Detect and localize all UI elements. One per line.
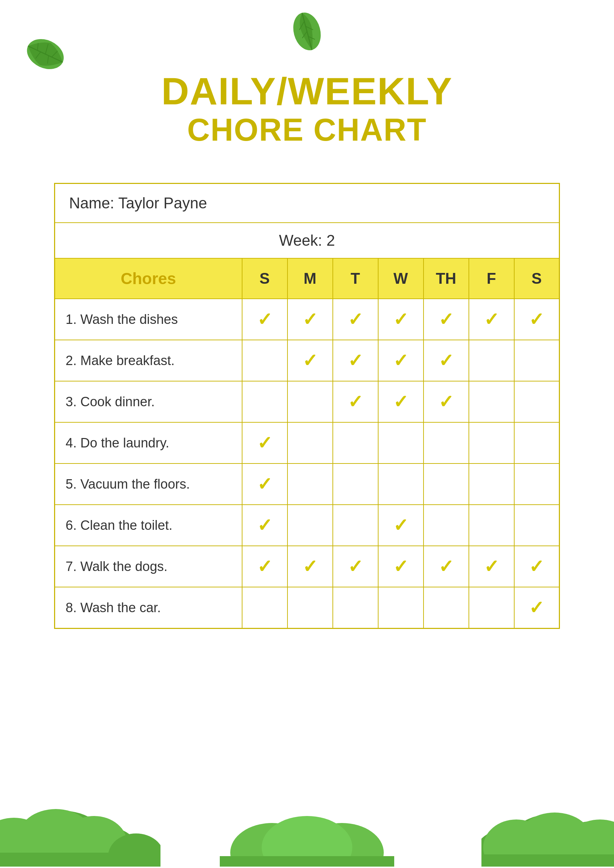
checkmark-icon: ✓ [529, 309, 544, 330]
svg-rect-32 [220, 856, 394, 866]
checkmark-icon: ✓ [302, 350, 318, 371]
checkmark-icon: ✓ [529, 597, 544, 618]
title-line2: CHORE CHART [161, 112, 453, 148]
svg-rect-27 [481, 854, 614, 866]
checkmark-icon: ✓ [257, 474, 273, 495]
check-cell [514, 463, 560, 505]
checkmark-icon: ✓ [348, 350, 363, 371]
check-cell [514, 340, 560, 381]
check-cell: ✓ [242, 546, 287, 587]
check-cell: ✓ [378, 505, 423, 546]
table-row: 6. Clean the toilet.✓✓ [55, 505, 560, 546]
checkmark-icon: ✓ [484, 556, 499, 577]
check-cell [287, 587, 333, 629]
check-cell [514, 381, 560, 422]
table-row: 8. Wash the car.✓ [55, 587, 560, 629]
checkmark-icon: ✓ [302, 556, 318, 577]
check-cell [514, 422, 560, 463]
check-cell [423, 587, 469, 629]
table-row: 5. Vacuum the floors.✓ [55, 463, 560, 505]
check-cell: ✓ [378, 340, 423, 381]
check-cell: ✓ [423, 340, 469, 381]
check-cell [287, 381, 333, 422]
checkmark-icon: ✓ [393, 309, 409, 330]
check-cell [333, 587, 378, 629]
checkmark-icon: ✓ [529, 556, 544, 577]
check-cell: ✓ [287, 299, 333, 340]
check-cell [378, 422, 423, 463]
day-header-m: M [287, 258, 333, 299]
checkmark-icon: ✓ [484, 309, 499, 330]
leaf-top-left-icon [17, 31, 73, 78]
checkmark-icon: ✓ [348, 309, 363, 330]
check-cell [469, 422, 514, 463]
check-cell: ✓ [378, 299, 423, 340]
title-section: DAILY/WEEKLY CHORE CHART [161, 70, 453, 148]
chore-name-cell: 6. Clean the toilet. [55, 505, 242, 546]
check-cell [469, 340, 514, 381]
checkmark-icon: ✓ [439, 556, 454, 577]
check-cell: ✓ [469, 299, 514, 340]
checkmark-icon: ✓ [439, 391, 454, 412]
chore-name-cell: 8. Wash the car. [55, 587, 242, 629]
check-cell: ✓ [242, 505, 287, 546]
checkmark-icon: ✓ [302, 309, 318, 330]
check-cell: ✓ [514, 546, 560, 587]
check-cell [287, 422, 333, 463]
check-cell: ✓ [469, 546, 514, 587]
svg-rect-20 [0, 852, 160, 866]
check-cell [469, 505, 514, 546]
chore-name-cell: 4. Do the laundry. [55, 422, 242, 463]
table-row: 7. Walk the dogs.✓✓✓✓✓✓✓ [55, 546, 560, 587]
table-row: 4. Do the laundry.✓ [55, 422, 560, 463]
check-cell [242, 381, 287, 422]
check-cell: ✓ [423, 299, 469, 340]
check-cell: ✓ [333, 299, 378, 340]
checkmark-icon: ✓ [439, 350, 454, 371]
check-cell [333, 463, 378, 505]
table-row: 2. Make breakfast.✓✓✓✓ [55, 340, 560, 381]
check-cell [514, 505, 560, 546]
bush-right-icon [481, 762, 614, 868]
title-line1: DAILY/WEEKLY [161, 70, 453, 112]
checkmark-icon: ✓ [257, 515, 273, 536]
leaf-top-center-icon [286, 7, 328, 57]
check-cell [423, 505, 469, 546]
checkmark-icon: ✓ [348, 391, 363, 412]
day-header-t: T [333, 258, 378, 299]
check-cell [469, 381, 514, 422]
check-cell [242, 340, 287, 381]
check-cell: ✓ [242, 463, 287, 505]
table-row: 1. Wash the dishes✓✓✓✓✓✓✓ [55, 299, 560, 340]
name-row: Name: Taylor Payne [55, 183, 560, 223]
day-header-th: TH [423, 258, 469, 299]
check-cell: ✓ [287, 340, 333, 381]
checkmark-icon: ✓ [393, 350, 409, 371]
check-cell: ✓ [333, 546, 378, 587]
checkmark-icon: ✓ [393, 391, 409, 412]
checkmark-icon: ✓ [257, 309, 273, 330]
chore-name-cell: 7. Walk the dogs. [55, 546, 242, 587]
page-container: DAILY/WEEKLY CHORE CHART Name: Taylor Pa… [0, 0, 614, 868]
check-cell: ✓ [333, 381, 378, 422]
chore-name-cell: 1. Wash the dishes [55, 299, 242, 340]
checkmark-icon: ✓ [257, 556, 273, 577]
check-cell [469, 587, 514, 629]
name-cell: Name: Taylor Payne [55, 183, 560, 223]
chores-header: Chores [55, 258, 242, 299]
check-cell [333, 422, 378, 463]
checkmark-icon: ✓ [257, 432, 273, 453]
checkmark-icon: ✓ [348, 556, 363, 577]
check-cell: ✓ [514, 587, 560, 629]
check-cell: ✓ [242, 299, 287, 340]
check-cell: ✓ [378, 546, 423, 587]
chore-chart-table: Name: Taylor Payne Week: 2 Chores S M T … [54, 183, 560, 629]
day-header-s2: S [514, 258, 560, 299]
check-cell: ✓ [242, 422, 287, 463]
check-cell [378, 463, 423, 505]
day-header-s1: S [242, 258, 287, 299]
check-cell [378, 587, 423, 629]
day-header-w: W [378, 258, 423, 299]
chore-name-cell: 3. Cook dinner. [55, 381, 242, 422]
check-cell [242, 587, 287, 629]
